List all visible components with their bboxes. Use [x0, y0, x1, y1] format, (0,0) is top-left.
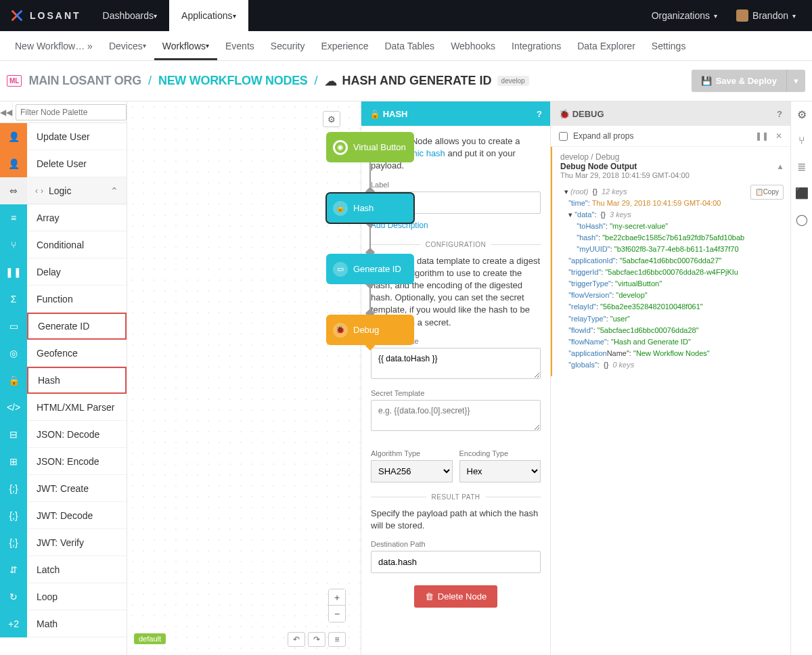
node-jwt-decode[interactable]: JWT: Decode	[27, 502, 127, 529]
canvas-node-debug[interactable]: 🐞 Debug	[326, 315, 414, 345]
encoding-select[interactable]: Hex	[459, 460, 541, 482]
data-template-input[interactable]: {{ data.toHash }}	[371, 348, 541, 379]
expand-all-label: Expand all props	[573, 131, 633, 141]
help-icon[interactable]: ?	[777, 109, 782, 119]
user-remove-icon: 👤	[0, 150, 27, 177]
save-icon: 💾	[701, 76, 712, 86]
collapse-icon[interactable]: ▴	[778, 162, 782, 171]
subnav-data-tables[interactable]: Data Tables	[376, 31, 443, 60]
copy-button[interactable]: 📋Copy	[750, 185, 784, 200]
brand-logo[interactable]: LOSANT	[0, 0, 91, 31]
filter-palette-input[interactable]	[16, 104, 127, 120]
jwt-create-icon: {;}	[0, 475, 27, 502]
subnav-new-workflow[interactable]: New Workflow… »	[7, 31, 101, 60]
tab-settings-icon[interactable]: ⚙	[797, 108, 807, 121]
save-deploy-button[interactable]: 💾Save & Deploy	[692, 70, 786, 92]
pause-icon: ❚❚	[0, 258, 27, 286]
delete-node-button[interactable]: 🗑Delete Node	[414, 585, 497, 608]
undo-button[interactable]: ↶	[288, 632, 305, 647]
target-icon: ◎	[0, 340, 27, 367]
node-loop[interactable]: Loop	[27, 583, 127, 610]
subnav-workflows[interactable]: Workflows	[154, 31, 217, 60]
jwt-decode-icon: {;}	[0, 502, 27, 529]
node-delay[interactable]: Delay	[27, 258, 127, 286]
node-html-parser[interactable]: HTML/XML Parser	[27, 394, 127, 421]
debug-entry-header[interactable]: develop / Debug Debug Node Output▴ Thu M…	[550, 147, 790, 182]
destination-path-label: Destination Path	[371, 540, 541, 548]
bc-section[interactable]: NEW WORKFLOW NODES	[158, 74, 308, 88]
canvas-node-generate-id[interactable]: ▭ Generate ID	[326, 254, 414, 284]
subnav-settings[interactable]: Settings	[644, 31, 694, 60]
subnav-devices[interactable]: Devices	[101, 31, 154, 60]
user-edit-icon: 👤	[0, 123, 27, 150]
node-function[interactable]: Function	[27, 286, 127, 313]
workflow-canvas[interactable]: ⚙ ◉ Virtual Button 🔒 Hash ▭ Generate ID …	[127, 101, 361, 655]
debug-json-output: 📋Copy ▾ (root) {} 12 keys "time": Thu Ma…	[550, 182, 790, 376]
zoom-in-button[interactable]: +	[329, 589, 345, 606]
node-delete-user[interactable]: Delete User	[27, 150, 127, 177]
node-geofence[interactable]: Geofence	[27, 340, 127, 367]
main: ◀◀ 👤 👤 ⇔ ≡ ⑂ ❚❚ Σ ▭ ◎ 🔒 </> ⊟ ⊞ {;} {;} …	[0, 101, 812, 655]
zoom-out-button[interactable]: −	[329, 606, 345, 622]
pause-debug-button[interactable]: ❚❚	[755, 131, 769, 141]
cloud-icon: ☁	[325, 74, 337, 89]
node-jwt-create[interactable]: JWT: Create	[27, 475, 127, 502]
user-name: Brandon	[752, 10, 788, 21]
bc-org[interactable]: MAIN LOSANT ORG	[28, 74, 141, 88]
node-conditional[interactable]: Conditional	[27, 231, 127, 258]
palette-icon-strip: 👤 👤 ⇔ ≡ ⑂ ❚❚ Σ ▭ ◎ 🔒 </> ⊟ ⊞ {;} {;} {;}…	[0, 123, 27, 655]
node-array[interactable]: Array	[27, 204, 127, 231]
nav-organizations[interactable]: Organizations	[645, 10, 724, 21]
list-icon: ≡	[0, 204, 27, 231]
debug-panel: 🐞 DEBUG ? Expand all props ❚❚ ✕ develop …	[550, 101, 790, 655]
plus2-icon: +2	[0, 610, 27, 637]
save-deploy-dropdown[interactable]: ▾	[786, 70, 805, 92]
tab-storage-icon[interactable]: ≣	[797, 160, 806, 173]
node-latch[interactable]: Latch	[27, 556, 127, 583]
canvas-node-hash[interactable]: 🔒 Hash	[326, 193, 414, 223]
subnav-webhooks[interactable]: Webhooks	[443, 31, 503, 60]
sigma-icon: Σ	[0, 286, 27, 313]
bug-icon: 🐞	[333, 323, 348, 338]
nav-user-menu[interactable]: Brandon ▾	[729, 9, 803, 22]
node-json-encode[interactable]: JSON: Encode	[27, 448, 127, 475]
node-generate-id[interactable]: Generate ID	[27, 313, 127, 340]
tab-globe-icon[interactable]: ◯	[796, 213, 808, 226]
encoding-label: Encoding Type	[459, 449, 541, 457]
right-sidebar-tabs: ⚙ ⑂ ≣ ⬛ ◯	[790, 101, 812, 655]
subnav-integrations[interactable]: Integrations	[503, 31, 569, 60]
tab-debug-icon[interactable]: ⬛	[795, 187, 809, 200]
zoom-controls: + −	[328, 589, 346, 623]
subnav-security[interactable]: Security	[263, 31, 313, 60]
json-decode-icon: ⊟	[0, 421, 27, 448]
nav-dashboards[interactable]: Dashboards	[91, 0, 170, 31]
expand-all-checkbox[interactable]	[559, 132, 568, 141]
node-jwt-verify[interactable]: JWT: Verify	[27, 529, 127, 556]
algorithm-select[interactable]: SHA256	[371, 460, 453, 482]
node-math[interactable]: Math	[27, 610, 127, 637]
node-json-decode[interactable]: JSON: Decode	[27, 421, 127, 448]
algorithm-label: Algorithm Type	[371, 449, 453, 457]
tab-branch-icon[interactable]: ⑂	[798, 135, 805, 147]
secret-template-input[interactable]	[371, 400, 541, 431]
help-icon[interactable]: ?	[537, 109, 542, 119]
category-logic[interactable]: ‹› Logic ⌃	[27, 177, 127, 204]
redo-button[interactable]: ↷	[308, 632, 325, 647]
close-debug-button[interactable]: ✕	[775, 131, 782, 141]
canvas-node-virtual-button[interactable]: ◉ Virtual Button	[326, 132, 414, 162]
trash-icon: 🗑	[425, 591, 434, 602]
subnav-experience[interactable]: Experience	[313, 31, 376, 60]
node-hash[interactable]: Hash	[27, 367, 127, 394]
config-panel: 🔒 HASH ? The Hash Node allows you to cre…	[361, 101, 550, 655]
destination-path-input[interactable]	[371, 551, 541, 573]
id-icon: ▭	[0, 313, 27, 340]
expand-collapse-icon[interactable]: ⇔	[0, 177, 27, 204]
subnav-events[interactable]: Events	[217, 31, 263, 60]
collapse-palette[interactable]: ◀◀	[0, 101, 13, 122]
canvas-settings-button[interactable]: ⚙	[323, 111, 340, 127]
jwt-verify-icon: {;}	[0, 529, 27, 556]
subnav-data-explorer[interactable]: Data Explorer	[569, 31, 644, 60]
nav-applications[interactable]: Applications	[169, 0, 248, 31]
node-update-user[interactable]: Update User	[27, 123, 127, 150]
list-view-button[interactable]: ≡	[328, 632, 346, 647]
